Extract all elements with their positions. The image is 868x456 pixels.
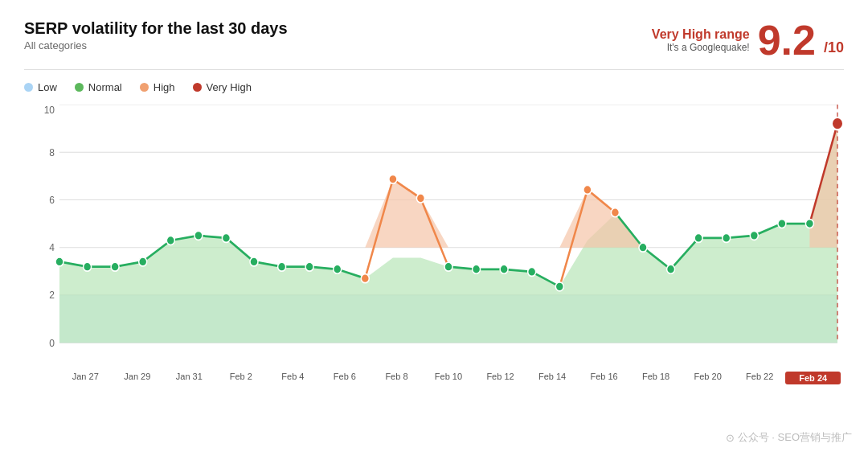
svg-point-45 — [750, 231, 758, 240]
svg-point-41 — [639, 243, 647, 252]
score-number: 9.2 — [758, 19, 816, 61]
svg-point-27 — [250, 257, 258, 266]
svg-point-29 — [305, 262, 313, 271]
legend-label: Very High — [207, 81, 252, 93]
svg-point-23 — [139, 257, 147, 266]
svg-point-22 — [111, 262, 119, 271]
svg-point-48 — [832, 117, 843, 129]
chart-svg: 0 2 4 6 8 10 — [24, 105, 844, 378]
svg-point-31 — [361, 274, 369, 283]
svg-point-25 — [194, 231, 203, 240]
range-label: Very High range — [652, 27, 750, 42]
watermark-text: 公众号 · SEO营销与推广 — [738, 430, 852, 445]
svg-point-47 — [805, 220, 813, 228]
legend-dot — [140, 83, 149, 92]
svg-point-35 — [473, 265, 481, 273]
svg-text:6: 6 — [49, 194, 55, 206]
svg-point-40 — [611, 208, 619, 217]
svg-point-26 — [222, 233, 230, 242]
score-label: Very High range It's a Googlequake! — [652, 27, 750, 53]
svg-marker-14 — [59, 124, 837, 343]
divider — [24, 69, 844, 70]
svg-marker-17 — [559, 190, 643, 248]
title-block: SERP volatility for the last 30 days All… — [24, 19, 288, 51]
svg-point-36 — [500, 265, 508, 273]
watermark: ⊙ 公众号 · SEO营销与推广 — [726, 430, 852, 445]
legend-label: Normal — [88, 81, 122, 93]
legend-item-very-high: Very High — [193, 81, 252, 93]
svg-point-21 — [84, 262, 92, 271]
svg-text:10: 10 — [44, 105, 55, 116]
legend-item-normal: Normal — [75, 81, 122, 93]
chart-subtitle: All categories — [24, 39, 288, 51]
watermark-icon: ⊙ — [726, 432, 735, 444]
legend-label: High — [154, 81, 175, 93]
legend-item-low: Low — [24, 81, 57, 93]
svg-point-33 — [416, 194, 424, 203]
header: SERP volatility for the last 30 days All… — [24, 19, 844, 61]
legend-dot — [24, 83, 33, 92]
legend: LowNormalHighVery High — [24, 81, 844, 93]
svg-point-24 — [166, 236, 174, 245]
svg-text:0: 0 — [49, 337, 55, 349]
svg-point-42 — [667, 265, 675, 273]
svg-text:2: 2 — [49, 290, 55, 302]
svg-text:4: 4 — [49, 242, 55, 254]
svg-point-46 — [778, 220, 786, 228]
svg-point-20 — [55, 257, 63, 266]
legend-label: Low — [38, 81, 57, 93]
svg-point-34 — [444, 262, 452, 271]
svg-text:8: 8 — [49, 146, 55, 158]
main-container: SERP volatility for the last 30 days All… — [0, 0, 868, 456]
legend-dot — [193, 83, 202, 92]
svg-point-30 — [334, 265, 342, 273]
chart-title: SERP volatility for the last 30 days — [24, 19, 288, 38]
legend-item-high: High — [140, 81, 175, 93]
svg-point-32 — [389, 175, 397, 183]
score-denom: /10 — [824, 39, 844, 56]
svg-point-43 — [694, 233, 702, 242]
svg-point-37 — [528, 267, 536, 276]
score-block: Very High range It's a Googlequake! 9.2 … — [652, 19, 844, 61]
chart-area: 0 2 4 6 8 10 — [24, 105, 844, 378]
legend-dot — [75, 83, 84, 92]
svg-point-28 — [278, 262, 286, 271]
svg-point-39 — [583, 185, 592, 194]
svg-point-44 — [723, 233, 731, 242]
quake-text: It's a Googlequake! — [652, 42, 750, 53]
svg-point-38 — [555, 282, 563, 291]
